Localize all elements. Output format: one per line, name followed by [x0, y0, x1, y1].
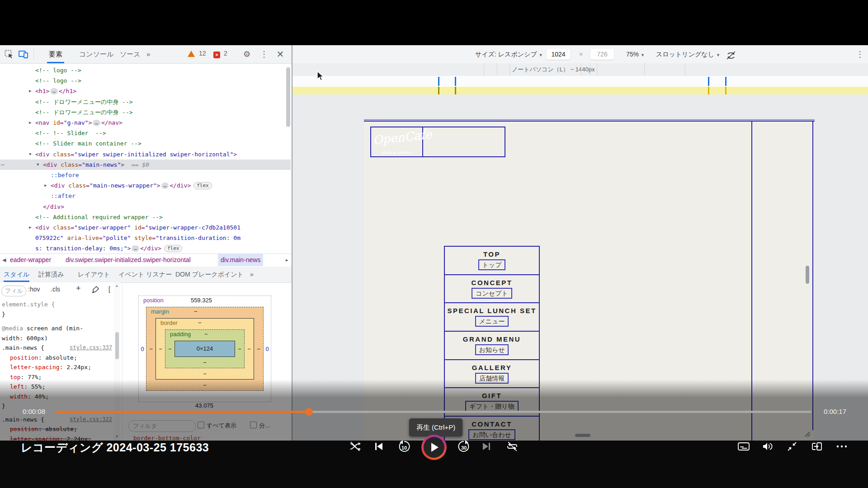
devtools-tab-0[interactable]: 要素 — [47, 45, 64, 63]
css-rule-line[interactable]: left: 55%; — [2, 382, 114, 392]
warning-count[interactable]: 12 — [199, 50, 206, 57]
dom-tree-row[interactable]: <!-- logo --> — [0, 65, 291, 75]
dom-tree-row[interactable]: <!-- ドロワーメニューの中身 --> — [0, 107, 291, 117]
dom-tree-row[interactable]: <!-- Slider main container --> — [0, 138, 291, 149]
repeat-off-icon[interactable] — [502, 436, 522, 456]
css-rule-line[interactable]: letter-spacing: 2.24px; — [2, 362, 114, 372]
dom-tree-row[interactable]: s: transition-delay: 0ms;">…</div>flex — [0, 243, 291, 253]
nav-menu-item-concept[interactable]: CONCEPTコンセプト — [444, 274, 540, 304]
show-all-checkbox[interactable]: すべて表示 — [198, 422, 236, 430]
class-toggle-button[interactable]: .cls — [51, 286, 60, 293]
sidebar-tab-2[interactable]: レイアウト — [78, 267, 110, 282]
shuffle-off-icon[interactable] — [345, 436, 365, 456]
dom-tree-row[interactable]: ▼<div class="swiper swiper-initialized s… — [0, 149, 291, 160]
twisty-down-icon[interactable]: ▼ — [37, 160, 39, 170]
dom-tree-row[interactable]: <!-- Additional required wrapper --> — [0, 212, 291, 222]
dom-tree-row[interactable]: ▶<h1>…</h1> — [0, 86, 291, 96]
twisty-right-icon[interactable]: ▶ — [44, 180, 47, 191]
breadcrumb-item-1[interactable]: div.swiper.swiper-initialized.swiper-hor… — [66, 254, 191, 266]
next-track-icon[interactable] — [476, 436, 496, 456]
css-rule-line[interactable]: letter-spacing: 2.24px; — [2, 434, 114, 441]
device-toolbar-toggle-icon[interactable] — [18, 49, 29, 60]
preview-vertical-scrollbar[interactable] — [806, 266, 809, 284]
settings-gear-icon[interactable]: ⚙ — [241, 49, 252, 60]
css-rule-line[interactable]: @media screen and (min- — [2, 324, 114, 333]
sidebar-tab-1[interactable]: 計算済み — [38, 267, 64, 282]
previous-track-icon[interactable] — [369, 436, 389, 456]
media-query-tick[interactable] — [725, 77, 726, 86]
zoom-select[interactable]: 75%▼ — [626, 45, 645, 63]
skip-forward-30-icon[interactable]: 30 — [454, 436, 474, 456]
devtools-tab-1[interactable]: コンソール — [77, 45, 115, 63]
media-query-tick[interactable] — [708, 77, 709, 86]
devtools-close-icon[interactable]: ✕ — [275, 49, 286, 60]
dom-tree-row[interactable]: <!-- !-- Slider --> — [0, 128, 291, 138]
skip-back-10-icon[interactable]: 10 — [394, 436, 414, 456]
twisty-right-icon[interactable]: ▶ — [29, 86, 31, 96]
scroll-up-icon[interactable]: ▲ — [115, 283, 119, 288]
error-count[interactable]: 2 — [224, 50, 227, 57]
dom-tree-row[interactable]: <!-- ドロワーメニューの中身 --> — [0, 97, 291, 107]
css-rule-line[interactable]: width: 40%; — [2, 392, 114, 402]
sidebar-tab-0[interactable]: スタイル — [4, 267, 29, 282]
breadcrumb-back-icon[interactable]: ◀ — [2, 254, 6, 266]
play-button[interactable] — [421, 435, 447, 460]
brush-icon[interactable] — [92, 286, 99, 295]
rotate-device-icon[interactable] — [726, 49, 736, 59]
device-type-select[interactable]: サイズ: レスポンシブ▼ — [475, 45, 543, 63]
dom-tree-row[interactable]: 075922c" aria-live="polite" style="trans… — [0, 233, 291, 243]
nav-menu-item-grand-menu[interactable]: GRAND MENUお知らせ — [444, 331, 540, 360]
throttling-select[interactable]: スロットリングなし▼ — [656, 45, 720, 63]
box-model-diagram[interactable]: position 559.325 0 margin− − border− — [138, 296, 271, 402]
computed-filter-input[interactable]: フィルタ — [128, 420, 196, 432]
flex-badge[interactable]: flex — [193, 182, 212, 189]
flex-badge[interactable]: flex — [164, 245, 183, 252]
more-options-icon[interactable] — [832, 436, 852, 456]
error-icon[interactable]: × — [213, 50, 220, 58]
breadcrumb-item-2[interactable]: div.main-news — [218, 254, 263, 266]
scroll-down-icon[interactable]: ▼ — [115, 434, 119, 439]
twisty-right-icon[interactable]: ▶ — [29, 117, 31, 128]
dom-tree-row[interactable]: ▶<div class="swiper-wrapper" id="swiper-… — [0, 222, 291, 233]
twisty-right-icon[interactable]: ▶ — [29, 222, 31, 233]
styles-filter-input[interactable]: フィルタ — [1, 286, 26, 296]
css-rule-line[interactable]: .main-news {style.css:337 — [2, 343, 114, 353]
mini-player-icon[interactable] — [782, 436, 802, 456]
dom-tree-row[interactable]: ⋯▼<div class="main-news"> == $0 — [0, 160, 291, 170]
dom-tree-row[interactable]: ▶<div class="main-news-wrapper">…</div>f… — [0, 180, 291, 191]
css-rule-line[interactable]: } — [2, 310, 114, 319]
css-rule-line[interactable]: position: absolute; — [2, 424, 114, 434]
playback-options-icon[interactable] — [734, 436, 754, 456]
seek-track[interactable] — [56, 411, 811, 413]
dom-tree-row[interactable]: </div> — [0, 202, 291, 212]
sidebar-tab-3[interactable]: イベント リスナー — [118, 267, 172, 282]
nav-menu-item-gallery[interactable]: GALLERY店舗情報 — [444, 359, 540, 389]
css-rule-line[interactable]: position: absolute; — [2, 353, 114, 363]
volume-icon[interactable] — [758, 436, 778, 456]
preview-horizontal-scrollbar[interactable] — [575, 434, 590, 437]
dom-tree-row[interactable]: <!-- logo --> — [0, 75, 291, 86]
nav-menu-item-top[interactable]: TOPトップ — [444, 246, 540, 275]
device-preset-label[interactable]: ノートパソコン（L） − 1440px — [512, 65, 595, 74]
warning-icon[interactable] — [188, 51, 195, 59]
media-query-tick[interactable] — [438, 77, 439, 86]
dom-tree-scrollbar[interactable] — [286, 67, 290, 127]
stylesheet-link[interactable]: style.css:337 — [70, 343, 112, 353]
nav-menu-item-special-lunch-set[interactable]: SPECIAL LUNCH SETメニュー — [444, 302, 540, 332]
devtools-tab-3[interactable]: » — [145, 45, 152, 63]
devtools-menu-icon[interactable]: ⋮ — [259, 49, 269, 60]
devtools-tab-2[interactable]: ソース — [118, 45, 142, 63]
dom-tree-row[interactable]: ::after — [0, 191, 291, 201]
viewport-height-input[interactable]: 726 — [590, 49, 614, 60]
breadcrumb-item-0[interactable]: eader-wrapper — [10, 254, 51, 266]
site-logo[interactable]: OpenCafe - dish & coffee - — [371, 127, 423, 156]
media-query-tick[interactable] — [455, 77, 456, 86]
new-style-rule-button[interactable]: + — [76, 284, 81, 293]
dom-tree-row[interactable]: ::before — [0, 170, 291, 180]
seek-playhead[interactable] — [305, 408, 313, 416]
css-rule-line[interactable]: width: 600px) — [2, 333, 114, 343]
preview-menu-icon[interactable]: ⋮ — [856, 45, 864, 63]
breadcrumb-more-icon[interactable]: ▸ — [286, 254, 288, 266]
group-checkbox[interactable]: 分... — [250, 422, 270, 430]
sidebar-tab-5[interactable]: » — [250, 267, 254, 282]
